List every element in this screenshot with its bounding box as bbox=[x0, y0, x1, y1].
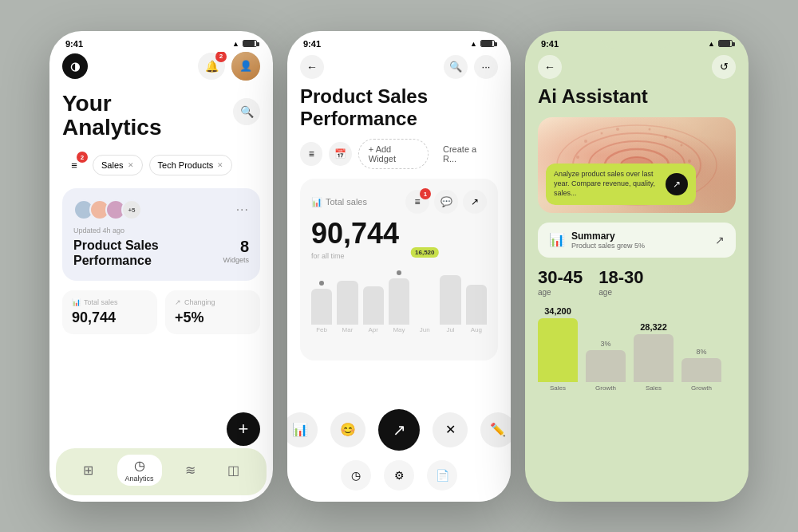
mini-bar-2: 3% Growth bbox=[586, 340, 626, 392]
search-btn[interactable]: 🔍 bbox=[233, 98, 260, 125]
filter-tech[interactable]: Tech Products ✕ bbox=[149, 155, 233, 175]
mini-bar-fill-3 bbox=[634, 334, 674, 382]
phone-2: 9:41 ▲ ← 🔍 ··· Product Sales Performance… bbox=[287, 31, 511, 502]
bar-aug: Aug bbox=[466, 285, 487, 333]
filter-tool-btn[interactable]: ≡ bbox=[300, 142, 322, 166]
filter-sales[interactable]: Sales ✕ bbox=[93, 155, 143, 175]
age-sub-2: age bbox=[598, 288, 643, 297]
nav-activity[interactable]: ≋ bbox=[177, 459, 203, 481]
battery-2 bbox=[480, 40, 495, 47]
more-btn-2[interactable]: ··· bbox=[474, 55, 498, 79]
svg-point-7 bbox=[616, 128, 619, 131]
ai-bubble: Analyze product sales over last year. Co… bbox=[546, 164, 696, 204]
ph2-toolbar: ≡ 📅 + Add Widget Create a R... bbox=[287, 139, 511, 169]
mini-bar-fill-1 bbox=[538, 318, 578, 382]
chart-header: 📊 Total sales ≡ 1 💬 ↗ bbox=[311, 190, 487, 214]
popup-activity-btn[interactable]: 📊 bbox=[287, 412, 318, 447]
ai-visual: Analyze product sales over last year. Co… bbox=[538, 117, 736, 213]
filter-icon-btn[interactable]: ≡ 2 bbox=[62, 153, 86, 177]
search-btn-2[interactable]: 🔍 bbox=[444, 55, 468, 79]
calendar-tool-btn[interactable]: 📅 bbox=[329, 142, 351, 166]
avatar-group: +5 bbox=[73, 199, 142, 220]
phone1-header: ◑ 🔔 2 👤 bbox=[62, 52, 260, 81]
popup-clock-btn[interactable]: ◷ bbox=[341, 460, 371, 491]
phone1-content: ◑ 🔔 2 👤 Your Analytics 🔍 bbox=[49, 52, 273, 448]
chart-sub: for all time bbox=[311, 252, 487, 260]
bar-feb: Feb bbox=[311, 281, 332, 333]
ph3-title: Ai Assistant bbox=[525, 85, 749, 108]
data-icon: ◫ bbox=[227, 463, 239, 478]
fab-btn[interactable]: + bbox=[227, 412, 260, 446]
ph2-header-right: 🔍 ··· bbox=[444, 55, 498, 79]
emoji-popup-icon: 😊 bbox=[340, 422, 356, 437]
refresh-btn-3[interactable]: ↺ bbox=[712, 55, 736, 79]
avatar-plus: +5 bbox=[121, 199, 142, 220]
age-group-1: 30-45 age bbox=[538, 267, 583, 297]
svg-point-9 bbox=[664, 136, 667, 139]
nav-analytics[interactable]: ◷ Analytics bbox=[117, 455, 162, 486]
dashboard-card: +5 ··· Updated 4h ago Product Sales Perf… bbox=[62, 188, 260, 281]
summary-card[interactable]: 📊 Summary Product sales grew 5% ↗ bbox=[538, 223, 736, 258]
summary-sub: Product sales grew 5% bbox=[571, 242, 645, 250]
nav-data[interactable]: ◫ bbox=[219, 459, 247, 481]
age-label-1: 30-45 bbox=[538, 267, 583, 288]
notch-3 bbox=[601, 31, 673, 49]
bar-may: May bbox=[389, 270, 409, 333]
close-tech[interactable]: ✕ bbox=[217, 161, 223, 169]
back-btn-3[interactable]: ← bbox=[538, 55, 562, 79]
bar-mar: Mar bbox=[337, 281, 358, 333]
popup-settings-btn[interactable]: ⚙ bbox=[384, 460, 414, 491]
popup-close-btn[interactable]: ✕ bbox=[433, 412, 468, 447]
popup-pencil-btn[interactable]: ✏️ bbox=[480, 412, 511, 447]
page-title: Your Analytics bbox=[62, 92, 162, 141]
chart-comment-btn[interactable]: 💬 bbox=[434, 190, 458, 214]
age-row: 30-45 age 18-30 age bbox=[525, 267, 749, 297]
dashboard-icon: ⊞ bbox=[83, 463, 93, 478]
popup-overlay: 📊 😊 ↗ ✕ ✏️ ◷ ⚙ 📄 bbox=[287, 398, 511, 502]
popup-main-btn[interactable]: ↗ bbox=[378, 409, 420, 451]
more-dots[interactable]: ··· bbox=[236, 203, 249, 217]
chart-options-btn[interactable]: ≡ 1 bbox=[405, 190, 429, 214]
mini-bar-4: 8% Growth bbox=[681, 348, 721, 392]
mini-bars: 34,200 Sales 3% Growth 28,322 Sales 8% G… bbox=[525, 306, 749, 392]
notch-1 bbox=[125, 31, 197, 49]
chart-big-num: 90,744 bbox=[311, 217, 487, 250]
ai-bubble-btn[interactable]: ↗ bbox=[666, 173, 688, 195]
mini-bar-fill-2 bbox=[586, 350, 626, 382]
widgets-info: 8 Widgets bbox=[223, 238, 249, 264]
chart-badge: 1 bbox=[420, 188, 431, 199]
wifi-icon-3: ▲ bbox=[708, 40, 715, 48]
popup-emoji-btn[interactable]: 😊 bbox=[330, 412, 365, 447]
back-btn-2[interactable]: ← bbox=[300, 55, 324, 79]
summary-arrow: ↗ bbox=[715, 234, 725, 246]
mini-bar-label-2: Growth bbox=[595, 384, 616, 392]
summary-icon: 📊 bbox=[549, 232, 565, 247]
activity-icon: ≋ bbox=[185, 463, 196, 478]
status-time-2: 9:41 bbox=[303, 39, 321, 49]
popup-doc-btn[interactable]: 📄 bbox=[427, 460, 457, 491]
notification-btn[interactable]: 🔔 2 bbox=[198, 53, 225, 80]
mini-bar-3: 28,322 Sales bbox=[634, 322, 674, 392]
add-widget-btn[interactable]: + Add Widget bbox=[358, 139, 429, 169]
ph2-title: Product Sales Performance bbox=[287, 85, 511, 132]
card-title: Product Sales Performance bbox=[73, 238, 223, 268]
mini-bar-num-1: 34,200 bbox=[544, 306, 571, 316]
summary-left: 📊 Summary Product sales grew 5% bbox=[549, 231, 645, 250]
bar-apr: Apr bbox=[363, 286, 384, 333]
age-group-2: 18-30 age bbox=[598, 267, 643, 297]
status-time-1: 9:41 bbox=[65, 39, 83, 49]
filter-row: ≡ 2 Sales ✕ Tech Products ✕ bbox=[62, 153, 260, 177]
stat-label-change: ↗ Changing bbox=[175, 298, 251, 306]
create-report-btn[interactable]: Create a R... bbox=[435, 140, 498, 168]
close-popup-icon: ✕ bbox=[445, 422, 456, 437]
close-sales[interactable]: ✕ bbox=[128, 161, 134, 169]
status-icons-3: ▲ bbox=[708, 40, 733, 48]
bar-feb-bar bbox=[311, 289, 332, 325]
stats-row: 📊 Total sales 90,744 ↗ Changing +5% bbox=[62, 290, 260, 334]
dot-feb bbox=[319, 281, 324, 286]
bar-tooltip-jun: 16,520 bbox=[411, 247, 438, 258]
chart-expand-btn[interactable]: ↗ bbox=[463, 190, 487, 214]
age-sub-1: age bbox=[538, 288, 583, 297]
nav-dashboard[interactable]: ⊞ bbox=[75, 459, 101, 481]
user-avatar[interactable]: 👤 bbox=[231, 52, 260, 81]
